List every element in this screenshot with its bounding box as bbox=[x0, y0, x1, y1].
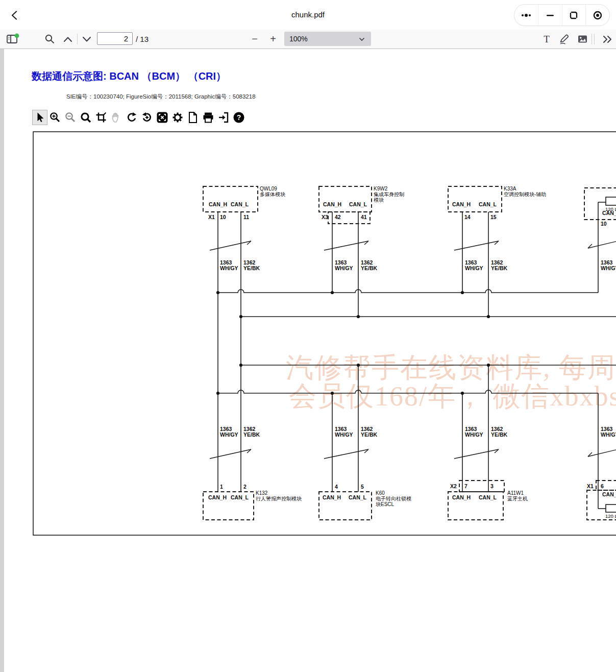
svg-text:空调控制模块-辅助: 空调控制模块-辅助 bbox=[504, 191, 546, 197]
svg-text:1362: 1362 bbox=[491, 259, 503, 266]
svg-text:1363: 1363 bbox=[220, 426, 232, 432]
svg-text:A11W1: A11W1 bbox=[507, 490, 524, 496]
svg-text:WH/GY: WH/GY bbox=[335, 431, 353, 438]
svg-text:1362: 1362 bbox=[243, 259, 256, 266]
svg-text:11: 11 bbox=[243, 214, 249, 220]
rotate-cw-tool[interactable] bbox=[125, 110, 139, 125]
svg-text:5: 5 bbox=[361, 484, 364, 490]
svg-text:CAN_L: CAN_L bbox=[349, 494, 367, 500]
zoom-out-icon bbox=[64, 111, 77, 124]
print-tool[interactable] bbox=[201, 110, 215, 125]
svg-text:41: 41 bbox=[361, 214, 367, 220]
focus-mode-button[interactable] bbox=[585, 5, 609, 26]
svg-text:WH/GY: WH/GY bbox=[601, 265, 616, 271]
restore-icon bbox=[569, 10, 579, 20]
svg-text:多媒体模块: 多媒体模块 bbox=[260, 191, 286, 197]
svg-text:K9W2: K9W2 bbox=[374, 186, 388, 191]
search-button[interactable] bbox=[43, 30, 56, 49]
export-tool[interactable] bbox=[216, 110, 231, 125]
svg-text:4: 4 bbox=[335, 484, 338, 490]
document-heading: 数据通信示意图: BCAN （BCM） （CRI） bbox=[32, 69, 226, 83]
restore-button[interactable] bbox=[562, 5, 586, 26]
select-cursor-tool[interactable] bbox=[33, 110, 47, 125]
svg-text:X3: X3 bbox=[322, 214, 328, 220]
page-icon bbox=[187, 111, 199, 124]
svg-text:CAN_H: CAN_H bbox=[602, 210, 616, 216]
zoom-out-tool[interactable] bbox=[63, 110, 78, 125]
text-annotation-button[interactable]: T bbox=[539, 30, 554, 49]
svg-text:7: 7 bbox=[464, 483, 467, 489]
page-count-label: / 13 bbox=[136, 30, 149, 49]
rotate-ccw-tool[interactable] bbox=[140, 110, 154, 125]
titlebar: chunk.pdf bbox=[0, 0, 616, 30]
previous-page-button[interactable] bbox=[61, 30, 75, 49]
svg-text:X2: X2 bbox=[450, 483, 457, 489]
svg-text:1363: 1363 bbox=[601, 259, 613, 266]
svg-text:120 Ω: 120 Ω bbox=[605, 513, 616, 519]
more-tools-button[interactable] bbox=[600, 30, 614, 49]
svg-text:1363: 1363 bbox=[465, 426, 477, 432]
minimize-icon bbox=[546, 11, 555, 20]
svg-text:电子转向柱锁模: 电子转向柱锁模 bbox=[376, 496, 411, 501]
hand-icon bbox=[110, 111, 122, 124]
svg-text:WH/GY: WH/GY bbox=[601, 431, 616, 438]
svg-text:集成车身控制: 集成车身控制 bbox=[374, 191, 404, 197]
image-annotation-button[interactable] bbox=[575, 30, 589, 49]
svg-text:CAN_H: CAN_H bbox=[602, 491, 616, 497]
svg-text:K60: K60 bbox=[376, 490, 385, 496]
svg-text:K132: K132 bbox=[256, 490, 268, 496]
watermark-line2: 会员仅168/年， 微信xbxbs168 bbox=[289, 378, 616, 415]
sidebar-icon bbox=[6, 33, 19, 45]
draw-annotation-button[interactable] bbox=[557, 30, 572, 49]
crop-tool[interactable] bbox=[94, 110, 108, 125]
zoom-value: 100% bbox=[289, 35, 308, 43]
fit-screen-icon bbox=[156, 111, 168, 124]
svg-text:1363: 1363 bbox=[465, 259, 477, 266]
rotate-ccw-plus-icon bbox=[141, 111, 153, 124]
toolbar-divider bbox=[592, 34, 592, 44]
zoom-in-button[interactable]: + bbox=[266, 30, 280, 49]
toolbar-divider bbox=[77, 34, 78, 44]
zoom-area-tool[interactable] bbox=[79, 110, 93, 125]
svg-text:CAN_L: CAN_L bbox=[349, 201, 367, 207]
document-meta: SIE编号：100230740; FigureSio编号：2011568; Gr… bbox=[66, 93, 256, 101]
svg-text:WH/GY: WH/GY bbox=[220, 431, 238, 438]
pdf-page: 数据通信示意图: BCAN （BCM） （CRI） SIE编号：10023074… bbox=[4, 49, 616, 672]
zoom-in-tool[interactable] bbox=[48, 110, 62, 125]
svg-text:WH/GY: WH/GY bbox=[465, 265, 483, 271]
next-page-button[interactable] bbox=[80, 30, 93, 49]
pdf-viewer-window: { "window": { "title": "chunk.pdf", "con… bbox=[0, 0, 616, 672]
svg-text:YE/BK: YE/BK bbox=[361, 431, 378, 438]
window-controls bbox=[514, 4, 610, 26]
minimize-button[interactable] bbox=[538, 5, 562, 26]
chevron-down-icon bbox=[82, 36, 91, 42]
svg-text:?: ? bbox=[237, 113, 241, 122]
svg-text:2: 2 bbox=[243, 484, 247, 490]
fit-screen-tool[interactable] bbox=[155, 110, 169, 125]
zoom-select[interactable]: 100% bbox=[284, 32, 371, 46]
viewer-gutter bbox=[0, 49, 4, 672]
help-tool[interactable]: ? bbox=[232, 110, 246, 125]
svg-text:WH/GY: WH/GY bbox=[335, 265, 353, 271]
more-options-button[interactable] bbox=[514, 5, 538, 26]
figure-toolbar: ? bbox=[33, 110, 246, 125]
svg-text:1363: 1363 bbox=[335, 259, 347, 266]
svg-text:YE/BK: YE/BK bbox=[361, 265, 378, 271]
settings-tool[interactable] bbox=[170, 110, 185, 125]
svg-text:CAN_L: CAN_L bbox=[231, 494, 249, 500]
svg-text:CAN_H: CAN_H bbox=[209, 201, 227, 207]
sidebar-green-dot bbox=[15, 33, 19, 38]
svg-text:模块: 模块 bbox=[374, 197, 384, 203]
search-icon bbox=[44, 34, 55, 44]
pan-hand-tool[interactable] bbox=[109, 110, 124, 125]
toggle-sidebar-button[interactable] bbox=[5, 30, 20, 49]
help-icon: ? bbox=[233, 111, 245, 124]
zoom-out-button[interactable]: − bbox=[248, 30, 261, 49]
page-tool[interactable] bbox=[186, 110, 200, 125]
svg-text:WH/GY: WH/GY bbox=[220, 265, 238, 271]
svg-text:CAN_H: CAN_H bbox=[323, 494, 341, 500]
page-number-input[interactable] bbox=[97, 32, 133, 45]
svg-text:15: 15 bbox=[490, 214, 497, 220]
image-icon bbox=[577, 34, 588, 44]
rotate-cw-icon bbox=[126, 111, 138, 124]
